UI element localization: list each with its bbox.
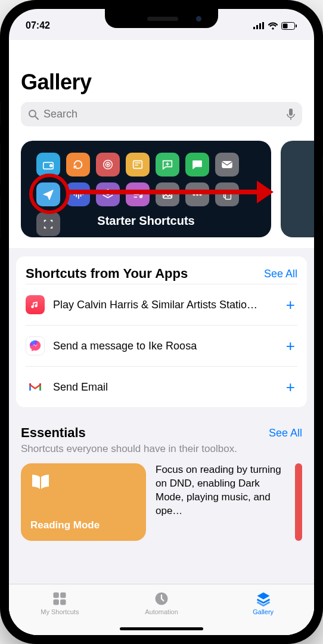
annotation-circle [29, 174, 70, 214]
svg-rect-21 [222, 162, 232, 168]
tab-label: Automation [145, 608, 178, 615]
book-icon [30, 473, 136, 491]
cellular-icon [253, 22, 265, 29]
search-field[interactable] [21, 102, 302, 126]
add-button[interactable]: + [284, 337, 297, 355]
featured-card-next[interactable] [281, 141, 314, 237]
page-title: Gallery [21, 70, 302, 95]
featured-card-starter[interactable]: Starter Shortcuts [21, 141, 271, 237]
section-subtitle: Shortcuts everyone should have in their … [21, 443, 302, 455]
docs-icon [215, 182, 239, 206]
battery-icon [281, 22, 297, 30]
annotation-arrow [69, 190, 271, 194]
essentials-card-next[interactable] [295, 463, 302, 541]
search-icon [28, 109, 39, 120]
svg-rect-9 [289, 109, 293, 116]
shortcut-label: Play Calvin Harris & Similar Artists Sta… [53, 299, 275, 311]
news-icon [126, 153, 150, 177]
shortcuts-from-apps-section: Shortcuts from Your Apps See All Play Ca… [16, 256, 307, 407]
featured-card-title: Starter Shortcuts [21, 214, 271, 228]
search-input[interactable] [44, 108, 282, 120]
tab-bar: My Shortcuts Automation Gallery [9, 584, 314, 635]
stack-icon [96, 182, 120, 206]
apple-music-icon [26, 295, 45, 314]
tab-label: My Shortcuts [41, 608, 79, 615]
essentials-section: Essentials See All Shortcuts everyone sh… [9, 416, 314, 549]
svg-rect-6 [296, 24, 297, 27]
wifi-icon [268, 22, 278, 30]
essentials-card-title: Reading Mode [30, 519, 136, 531]
audio-wave-icon [66, 182, 90, 206]
add-button[interactable]: + [284, 296, 297, 314]
mail-icon [215, 153, 239, 177]
microphone-icon[interactable] [287, 109, 295, 120]
shortcut-row-messenger[interactable]: Send a message to Ike Roosa + [26, 325, 297, 366]
see-all-link[interactable]: See All [269, 427, 302, 439]
airplay-icon [96, 153, 120, 177]
svg-point-15 [107, 164, 109, 166]
tab-my-shortcuts[interactable]: My Shortcuts [9, 584, 111, 635]
shortcut-label: Send a message to Ike Roosa [53, 340, 275, 352]
photo-icon [156, 182, 179, 206]
tab-label: Gallery [253, 608, 274, 615]
home-indicator[interactable] [120, 627, 203, 630]
messenger-icon [26, 336, 45, 355]
section-title: Essentials [21, 425, 86, 441]
svg-rect-41 [54, 593, 59, 598]
status-time: 07:42 [26, 20, 50, 31]
svg-rect-3 [262, 22, 264, 29]
section-title: Shortcuts from Your Apps [26, 266, 188, 281]
dots-icon [185, 182, 209, 206]
add-message-icon [156, 153, 179, 177]
svg-rect-0 [253, 27, 255, 29]
featured-carousel[interactable]: Starter Shortcuts [9, 135, 314, 248]
gmail-icon [26, 377, 45, 397]
refresh-icon [66, 153, 90, 177]
playlist-icon [126, 182, 150, 206]
shortcut-row-music[interactable]: Play Calvin Harris & Similar Artists Sta… [26, 284, 297, 325]
essentials-card-reading[interactable]: Reading Mode [21, 463, 146, 541]
svg-rect-43 [54, 599, 59, 605]
shortcut-row-gmail[interactable]: Send Email + [26, 366, 297, 407]
svg-rect-5 [283, 23, 288, 28]
svg-rect-2 [259, 23, 261, 29]
svg-point-12 [49, 165, 52, 168]
essentials-card-description: Focus on reading by turning on DND, enab… [156, 463, 285, 541]
svg-line-8 [35, 116, 38, 119]
svg-rect-42 [60, 593, 66, 598]
add-button[interactable]: + [284, 378, 297, 397]
radio-icon [36, 153, 60, 177]
svg-rect-44 [60, 599, 66, 605]
svg-rect-1 [256, 25, 258, 29]
shortcut-label: Send Email [53, 381, 275, 394]
message-icon [185, 153, 209, 177]
svg-rect-16 [133, 161, 142, 169]
tab-gallery[interactable]: Gallery [212, 584, 314, 635]
see-all-link[interactable]: See All [264, 268, 297, 280]
